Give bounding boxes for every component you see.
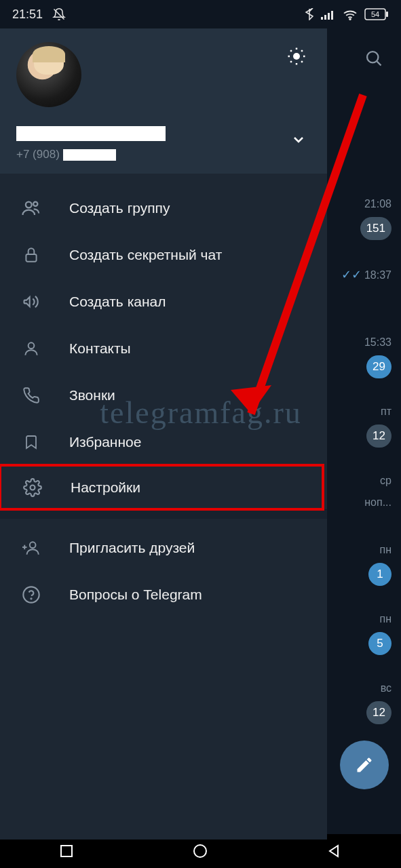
svg-line-18 bbox=[290, 61, 292, 62]
chat-time: вс bbox=[327, 682, 392, 694]
chat-time: ✓✓ 18:37 bbox=[327, 267, 392, 282]
chat-time: 21:08 bbox=[327, 198, 392, 210]
person-icon bbox=[19, 340, 43, 357]
help-icon bbox=[19, 585, 43, 604]
back-icon[interactable] bbox=[328, 844, 341, 858]
menu-label: Создать канал bbox=[69, 294, 166, 310]
svg-point-0 bbox=[367, 52, 378, 62]
status-bar: 21:51 54 bbox=[0, 0, 401, 28]
menu-label: Вопросы о Telegram bbox=[69, 587, 202, 603]
svg-rect-9 bbox=[386, 12, 388, 17]
theme-toggle-button[interactable] bbox=[286, 46, 307, 66]
signal-icon bbox=[321, 9, 336, 20]
svg-point-21 bbox=[33, 201, 37, 205]
chat-list-column: 21:08 151 ✓✓ 18:37 15:33 29 пт 12 ср ноп… bbox=[327, 191, 401, 745]
bookmark-icon bbox=[19, 433, 43, 451]
svg-rect-5 bbox=[328, 13, 330, 20]
svg-point-11 bbox=[293, 53, 300, 60]
menu-calls[interactable]: Звонки bbox=[0, 372, 327, 418]
menu-invite-friends[interactable]: Пригласить друзей bbox=[0, 524, 327, 571]
chat-time: ср bbox=[327, 475, 392, 487]
phone-icon bbox=[19, 387, 43, 404]
add-person-icon bbox=[19, 539, 43, 557]
unread-badge: 151 bbox=[360, 217, 392, 240]
menu-label: Пригласить друзей bbox=[69, 540, 195, 556]
sun-icon bbox=[286, 46, 307, 66]
chat-row[interactable]: пт 12 bbox=[327, 399, 401, 468]
menu-create-group[interactable]: Создать группу bbox=[0, 184, 327, 231]
svg-line-1 bbox=[377, 62, 381, 66]
user-phone: +7 (908) bbox=[16, 148, 311, 161]
compose-fab[interactable] bbox=[340, 741, 389, 789]
menu-create-channel[interactable]: Создать канал bbox=[0, 278, 327, 325]
unread-badge: 5 bbox=[368, 632, 392, 655]
home-icon[interactable] bbox=[193, 844, 208, 859]
menu-saved-messages[interactable]: Избранное bbox=[0, 418, 327, 465]
menu-label: Избранное bbox=[69, 434, 141, 450]
user-name bbox=[16, 126, 166, 141]
chat-row[interactable]: 15:33 29 bbox=[327, 330, 401, 399]
group-icon bbox=[19, 198, 43, 218]
chat-time: пн bbox=[327, 613, 392, 625]
megaphone-icon bbox=[19, 292, 43, 311]
wifi-icon bbox=[343, 8, 358, 20]
chat-time: пт bbox=[327, 406, 392, 418]
chat-time: пн bbox=[327, 544, 392, 556]
gear-icon bbox=[20, 478, 45, 497]
svg-point-29 bbox=[31, 598, 31, 599]
recent-apps-icon[interactable] bbox=[60, 844, 73, 858]
unread-badge: 29 bbox=[366, 355, 392, 378]
notification-off-icon bbox=[52, 7, 66, 21]
svg-rect-22 bbox=[26, 254, 36, 261]
navigation-drawer: +7 (908) Создать группу Создать секретны… bbox=[0, 28, 327, 840]
chat-row[interactable]: 21:08 151 bbox=[327, 191, 401, 260]
search-button[interactable] bbox=[364, 49, 383, 68]
menu-divider bbox=[0, 509, 327, 519]
chat-row[interactable]: ✓✓ 18:37 bbox=[327, 260, 401, 330]
svg-point-20 bbox=[26, 201, 32, 208]
lock-icon bbox=[19, 246, 43, 264]
svg-rect-6 bbox=[331, 11, 333, 20]
chevron-down-icon[interactable] bbox=[290, 132, 307, 148]
unread-badge: 1 bbox=[368, 563, 392, 586]
drawer-menu: Создать группу Создать секретный чат Соз… bbox=[0, 174, 327, 509]
menu-settings[interactable]: Настройки bbox=[0, 464, 324, 511]
bluetooth-icon bbox=[305, 8, 314, 20]
svg-point-28 bbox=[23, 587, 39, 602]
user-info[interactable]: +7 (908) bbox=[16, 126, 311, 161]
svg-point-25 bbox=[30, 542, 36, 548]
svg-rect-32 bbox=[61, 846, 72, 856]
menu-contacts[interactable]: Контакты bbox=[0, 325, 327, 372]
chat-preview: ноп... bbox=[327, 496, 392, 509]
pencil-icon bbox=[355, 755, 374, 774]
menu-label: Настройки bbox=[71, 479, 140, 496]
drawer-header: +7 (908) bbox=[0, 28, 327, 174]
svg-point-24 bbox=[31, 485, 35, 490]
chat-row[interactable]: ср ноп... bbox=[327, 468, 401, 537]
menu-label: Контакты bbox=[69, 340, 131, 357]
svg-marker-34 bbox=[330, 846, 338, 856]
menu-label: Создать группу bbox=[69, 200, 170, 216]
svg-point-23 bbox=[28, 342, 35, 349]
menu-label: Создать секретный чат bbox=[69, 247, 222, 263]
unread-badge: 12 bbox=[366, 425, 392, 448]
read-ticks-icon: ✓✓ bbox=[341, 268, 362, 281]
svg-text:54: 54 bbox=[371, 10, 379, 18]
menu-faq[interactable]: Вопросы о Telegram bbox=[0, 571, 327, 618]
menu-label: Звонки bbox=[69, 387, 115, 403]
chat-row[interactable]: вс 12 bbox=[327, 675, 401, 745]
svg-point-7 bbox=[349, 18, 351, 20]
svg-line-15 bbox=[301, 61, 303, 62]
svg-line-14 bbox=[290, 50, 292, 52]
chat-time: 15:33 bbox=[327, 336, 392, 349]
user-avatar[interactable] bbox=[16, 42, 81, 107]
chat-row[interactable]: пн 1 bbox=[327, 537, 401, 606]
unread-badge: 12 bbox=[366, 701, 392, 724]
menu-create-secret-chat[interactable]: Создать секретный чат bbox=[0, 231, 327, 278]
drawer-menu-secondary: Пригласить друзей Вопросы о Telegram bbox=[0, 519, 327, 618]
battery-icon: 54 bbox=[364, 8, 389, 20]
svg-rect-4 bbox=[324, 15, 326, 20]
svg-point-33 bbox=[194, 845, 206, 857]
chat-row[interactable]: пн 5 bbox=[327, 606, 401, 675]
svg-line-19 bbox=[301, 50, 303, 52]
